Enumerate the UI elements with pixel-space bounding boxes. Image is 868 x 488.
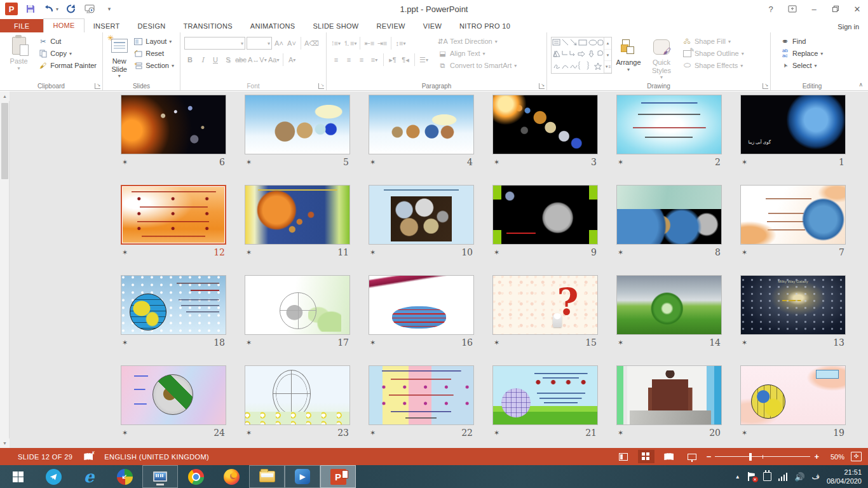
- font-size-combo[interactable]: ▾: [247, 37, 272, 50]
- tab-transitions[interactable]: TRANSITIONS: [175, 19, 241, 32]
- rtl-direction-icon[interactable]: ¶◂: [400, 54, 411, 66]
- taskbar-media-player-icon[interactable]: ▶: [285, 465, 320, 488]
- slide-thumbnail[interactable]: گوی آبی زیبا: [740, 95, 846, 154]
- tab-review[interactable]: REVIEW: [368, 19, 414, 32]
- clipboard-dialog-launcher-icon[interactable]: ↘: [95, 83, 100, 89]
- normal-view-icon[interactable]: [615, 450, 632, 463]
- replace-button[interactable]: abacReplace▾: [778, 48, 825, 58]
- format-painter-button[interactable]: 🖌Format Painter: [36, 60, 98, 71]
- slide-thumbnail[interactable]: [369, 275, 474, 335]
- transition-star-icon[interactable]: ✶: [370, 339, 376, 347]
- transition-star-icon[interactable]: ✶: [246, 339, 252, 347]
- align-center-icon[interactable]: ≡: [343, 54, 355, 66]
- increase-indent-icon[interactable]: ⇥≡: [376, 37, 388, 50]
- slide-thumbnail[interactable]: Milky Way Galaxy: [740, 275, 846, 335]
- scrollbar-thumb[interactable]: [1, 103, 8, 179]
- layout-button[interactable]: Layout▾: [132, 36, 176, 46]
- slide-thumbnail[interactable]: [121, 365, 226, 425]
- align-left-icon[interactable]: ≡: [330, 54, 342, 66]
- slide-thumbnail[interactable]: [616, 185, 722, 245]
- slide-thumbnail[interactable]: [740, 185, 846, 245]
- slide-thumbnail[interactable]: [245, 275, 350, 335]
- help-icon[interactable]: ?: [760, 0, 782, 18]
- language-status[interactable]: ENGLISH (UNITED KINGDOM): [104, 453, 209, 461]
- shapes-scroll-down-icon[interactable]: ▼: [604, 50, 611, 62]
- align-right-icon[interactable]: ≡: [356, 54, 367, 66]
- taskbar-firefox-icon[interactable]: [214, 465, 249, 488]
- transition-star-icon[interactable]: ✶: [370, 248, 376, 257]
- sign-in-link[interactable]: Sign in: [837, 23, 859, 30]
- transition-star-icon[interactable]: ✶: [618, 248, 623, 257]
- slide-thumbnail[interactable]: [492, 365, 598, 425]
- numbering-icon[interactable]: ⒈≡▾: [343, 37, 356, 50]
- copy-button[interactable]: Copy▾: [36, 48, 98, 58]
- font-name-combo[interactable]: ▾: [184, 37, 245, 50]
- slide-thumbnail[interactable]: [616, 95, 722, 154]
- clock[interactable]: 21:51 08/04/2020: [827, 468, 862, 486]
- transition-star-icon[interactable]: ✶: [246, 158, 252, 166]
- customize-quick-access-icon[interactable]: ▾: [103, 3, 116, 15]
- ribbon-display-options-icon[interactable]: [782, 0, 803, 18]
- slide-sorter-view-icon[interactable]: [638, 450, 654, 463]
- transition-star-icon[interactable]: ✶: [370, 158, 376, 166]
- shapes-gallery[interactable]: ▲ ▼ ▼≡: [551, 37, 612, 74]
- slide-thumbnail[interactable]: [740, 365, 846, 425]
- quick-styles-button[interactable]: Quick Styles ▾: [645, 36, 678, 82]
- slide-thumbnail[interactable]: [369, 185, 474, 245]
- section-button[interactable]: ✳Section▾: [132, 60, 176, 71]
- shape-effects-button[interactable]: Shape Effects▾: [681, 60, 746, 71]
- taskbar-telegram-icon[interactable]: [36, 465, 71, 488]
- justify-icon[interactable]: ≡▾: [369, 54, 380, 66]
- text-direction-button[interactable]: ⇵AText Direction▾: [436, 36, 519, 46]
- slide-thumbnail[interactable]: [245, 185, 350, 245]
- powerpoint-logo-icon[interactable]: P: [5, 3, 18, 15]
- shapes-more-icon[interactable]: ▼≡: [604, 61, 611, 73]
- character-spacing-icon[interactable]: A↔V▾: [248, 54, 267, 66]
- convert-smartart-button[interactable]: ⧉Convert to SmartArt▾: [436, 60, 519, 71]
- drawing-dialog-launcher-icon[interactable]: ↘: [763, 83, 768, 89]
- redo-icon[interactable]: [65, 3, 78, 15]
- start-button[interactable]: [0, 465, 36, 488]
- input-language-indicator[interactable]: ف: [811, 472, 819, 481]
- zoom-level[interactable]: 50%: [825, 453, 844, 461]
- shape-outline-button[interactable]: Shape Outline▾: [681, 48, 746, 58]
- tab-home[interactable]: HOME: [43, 18, 84, 33]
- columns-icon[interactable]: ☰▾: [418, 54, 430, 66]
- transition-star-icon[interactable]: ✶: [618, 158, 623, 166]
- tab-design[interactable]: DESIGN: [129, 19, 175, 32]
- paragraph-dialog-launcher-icon[interactable]: ↘: [539, 83, 545, 89]
- underline-icon[interactable]: U: [210, 54, 221, 66]
- transition-star-icon[interactable]: ✶: [494, 248, 499, 257]
- transition-star-icon[interactable]: ✶: [618, 339, 623, 347]
- transition-star-icon[interactable]: ✶: [122, 429, 128, 437]
- slide-thumbnail[interactable]: [121, 185, 226, 245]
- taskbar-idm-icon[interactable]: [107, 465, 142, 488]
- transition-star-icon[interactable]: ✶: [246, 248, 252, 257]
- start-from-beginning-icon[interactable]: [84, 3, 97, 15]
- network-signal-icon[interactable]: [778, 473, 788, 481]
- tab-slide-show[interactable]: SLIDE SHOW: [304, 19, 367, 32]
- align-text-button[interactable]: ⬓Align Text▾: [436, 48, 519, 58]
- slide-thumbnail[interactable]: [121, 95, 226, 154]
- strikethrough-icon[interactable]: abc: [235, 54, 247, 66]
- volume-icon[interactable]: 🔊: [794, 472, 804, 482]
- change-case-icon[interactable]: Aa▾: [268, 54, 280, 66]
- bullets-icon[interactable]: ⁝≡▾: [330, 37, 342, 50]
- reading-view-icon[interactable]: [661, 450, 677, 463]
- scroll-up-icon[interactable]: ▲: [0, 92, 10, 101]
- zoom-slider[interactable]: [715, 453, 810, 461]
- minimize-icon[interactable]: –: [803, 0, 825, 18]
- close-icon[interactable]: ✕: [846, 0, 868, 18]
- transition-star-icon[interactable]: ✶: [618, 429, 623, 437]
- font-color-icon[interactable]: A▾: [287, 54, 298, 66]
- tab-insert[interactable]: INSERT: [85, 19, 129, 32]
- transition-star-icon[interactable]: ✶: [742, 429, 747, 437]
- transition-star-icon[interactable]: ✶: [122, 339, 128, 347]
- slide-thumbnail[interactable]: [369, 95, 474, 154]
- slide-counter[interactable]: SLIDE 12 OF 29: [18, 453, 72, 461]
- tab-animations[interactable]: ANIMATIONS: [241, 19, 304, 32]
- taskbar-remote-desktop-icon[interactable]: [142, 465, 178, 488]
- transition-star-icon[interactable]: ✶: [370, 429, 376, 437]
- transition-star-icon[interactable]: ✶: [122, 248, 128, 257]
- taskbar-chrome-icon[interactable]: [178, 465, 214, 488]
